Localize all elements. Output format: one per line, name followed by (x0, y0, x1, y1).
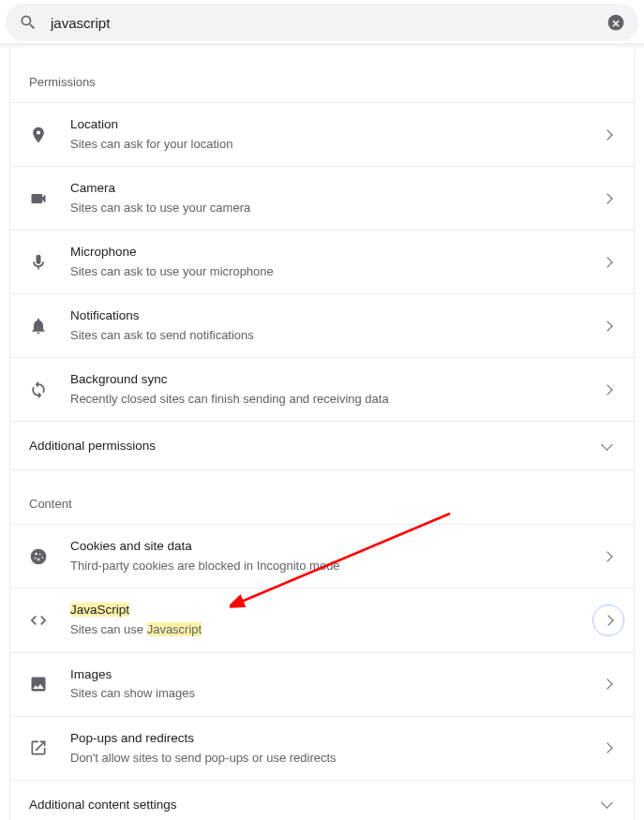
row-subtitle: Sites can ask to use your camera (70, 200, 604, 216)
row-title: Microphone (70, 244, 604, 261)
row-title: Images (70, 666, 604, 684)
chevron-right-icon (602, 257, 612, 267)
camera-icon (29, 189, 48, 208)
image-icon (29, 675, 48, 693)
popup-icon (29, 738, 48, 757)
chevron-right-icon (602, 551, 612, 561)
search-bar[interactable] (6, 4, 638, 41)
row-title: JavaScript (70, 602, 615, 619)
row-location[interactable]: Location Sites can ask for your location (10, 102, 634, 166)
chevron-right-icon (602, 742, 612, 753)
sync-icon (29, 380, 48, 399)
highlight: JavaScript (70, 603, 129, 617)
row-title: Camera (70, 180, 604, 198)
row-title: Location (70, 116, 604, 134)
content-heading: Content (10, 470, 634, 524)
row-subtitle: Sites can use Javascript (70, 621, 615, 638)
additional-permissions[interactable]: Additional permissions (10, 421, 634, 470)
row-subtitle: Sites can ask to use your microphone (70, 263, 604, 280)
row-title: Cookies and site data (70, 538, 604, 556)
collapse-label: Additional permissions (29, 439, 603, 453)
row-title: Pop-ups and redirects (70, 730, 604, 748)
row-notifications[interactable]: Notifications Sites can ask to send noti… (10, 293, 634, 357)
search-input[interactable] (51, 15, 607, 31)
row-microphone[interactable]: Microphone Sites can ask to use your mic… (10, 230, 634, 293)
code-icon (29, 611, 48, 630)
permissions-heading: Permissions (10, 49, 634, 102)
row-subtitle: Sites can ask to send notifications (70, 327, 604, 344)
row-camera[interactable]: Camera Sites can ask to use your camera (10, 166, 634, 230)
chevron-down-icon (601, 797, 613, 809)
microphone-icon (29, 253, 48, 272)
collapse-label: Additional content settings (29, 798, 603, 812)
cookie-icon (29, 547, 48, 566)
chevron-right-icon (602, 129, 612, 140)
row-title: Notifications (70, 307, 604, 325)
row-subtitle: Recently closed sites can finish sending… (70, 391, 604, 408)
row-cookies[interactable]: Cookies and site data Third-party cookie… (10, 524, 634, 588)
clear-search-button[interactable] (607, 13, 625, 32)
chevron-right-icon (602, 321, 612, 331)
location-icon (29, 126, 48, 144)
search-icon (19, 13, 37, 32)
row-subtitle: Sites can ask for your location (70, 136, 604, 153)
row-subtitle: Third-party cookies are blocked in Incog… (70, 558, 604, 574)
row-images[interactable]: Images Sites can show images (10, 652, 634, 716)
additional-content-settings[interactable]: Additional content settings (10, 780, 634, 820)
row-subtitle: Sites can show images (70, 685, 604, 702)
chevron-right-icon (602, 384, 612, 395)
chevron-right-icon (602, 193, 612, 203)
row-background-sync[interactable]: Background sync Recently closed sites ca… (10, 357, 634, 421)
row-title: Background sync (70, 371, 604, 389)
chevron-right-icon (602, 678, 612, 689)
highlight: Javascript (147, 622, 202, 636)
settings-panel: Permissions Location Sites can ask for y… (9, 49, 635, 820)
notifications-icon (29, 317, 48, 335)
row-popups[interactable]: Pop-ups and redirects Don't allow sites … (10, 716, 634, 780)
row-subtitle: Don't allow sites to send pop-ups or use… (70, 750, 604, 767)
row-javascript[interactable]: JavaScript Sites can use Javascript (10, 588, 634, 651)
chevron-down-icon (601, 439, 613, 451)
